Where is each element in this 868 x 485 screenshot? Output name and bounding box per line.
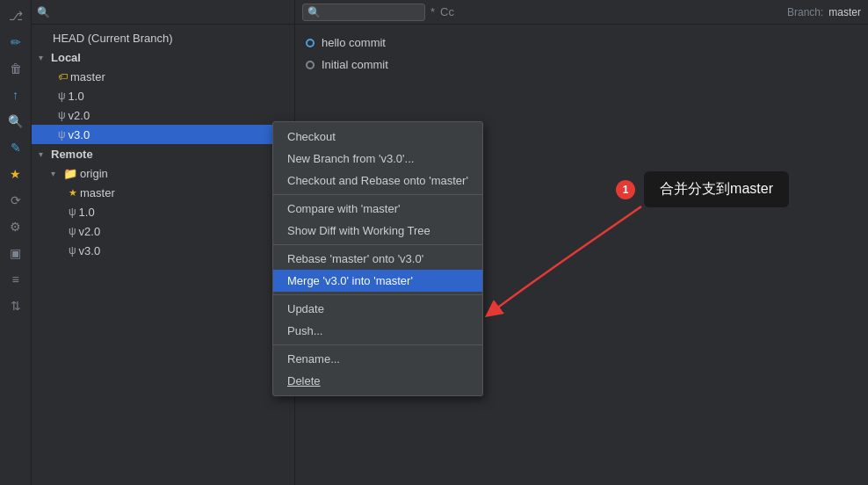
case-button[interactable]: Cc [440, 5, 454, 18]
star-icon: ★ [69, 187, 77, 199]
sidebar-tree: HEAD (Current Branch) ▾ Local 🏷 master ψ… [32, 25, 294, 485]
search-icon: 🔍 [307, 6, 321, 18]
search-icon: 🔍 [37, 6, 50, 18]
branch-icon: ψ [58, 90, 66, 102]
list-icon[interactable]: ≡ [2, 267, 30, 292]
remote-v20-label: v2.0 [79, 225, 101, 238]
context-menu: Checkout New Branch from 'v3.0'... Check… [272, 121, 483, 396]
remote-arrow: ▾ [39, 149, 51, 159]
commit-search[interactable]: 🔍 [302, 4, 425, 21]
window-icon[interactable]: ▣ [2, 241, 30, 265]
local-v20-label: v2.0 [69, 109, 90, 122]
commit-item[interactable]: Initial commit [295, 54, 868, 76]
remote-1.0[interactable]: ψ 1.0 [32, 202, 294, 221]
folder-icon: 📁 [63, 167, 77, 180]
commit-list: hello commit Initial commit [295, 25, 868, 83]
local-10-label: 1.0 [69, 90, 84, 103]
remote-v2.0[interactable]: ψ v2.0 [32, 221, 294, 241]
delete-icon[interactable]: 🗑 [2, 56, 30, 81]
star-icon: 🏷 [58, 71, 68, 82]
settings-icon[interactable]: ⚙ [2, 214, 30, 239]
head-label: HEAD (Current Branch) [53, 32, 173, 45]
branch-icon: ψ [69, 225, 76, 237]
branch-icon: ψ [69, 206, 76, 218]
remote-label: Remote [51, 148, 93, 161]
menu-new-branch[interactable]: New Branch from 'v3.0'... [273, 148, 482, 170]
remote-master-label: master [80, 186, 115, 199]
menu-rebase[interactable]: Rebase 'master' onto 'v3.0' [273, 248, 482, 270]
menu-separator [273, 294, 482, 295]
menu-separator [273, 344, 482, 345]
menu-show-diff[interactable]: Show Diff with Working Tree [273, 220, 482, 242]
branch-label: Branch: [787, 6, 823, 18]
local-v2.0[interactable]: ψ v2.0 [32, 105, 294, 125]
branch-name: master [828, 6, 861, 18]
remote-v3.0[interactable]: ψ v3.0 [32, 241, 294, 260]
menu-push[interactable]: Push... [273, 320, 482, 342]
menu-update[interactable]: Update [273, 298, 482, 320]
local-label: Local [51, 51, 81, 64]
menu-separator [273, 244, 482, 245]
local-master-label: master [70, 70, 105, 83]
menu-checkout[interactable]: Checkout [273, 126, 482, 148]
head-item[interactable]: HEAD (Current Branch) [32, 28, 294, 47]
origin-arrow: ▾ [51, 169, 63, 178]
local-v3.0[interactable]: ψ v3.0 [32, 125, 294, 144]
remote-10-label: 1.0 [79, 206, 95, 219]
edit-icon[interactable]: ✏ [2, 30, 30, 54]
remote-v30-label: v3.0 [79, 244, 101, 257]
right-header: 🔍 * Cc Branch: master [295, 0, 868, 25]
menu-rename[interactable]: Rename... [273, 348, 482, 370]
sidebar-search[interactable]: 🔍 [32, 0, 294, 25]
pencil2-icon[interactable]: ✎ [2, 135, 30, 160]
local-1.0[interactable]: ψ 1.0 [32, 86, 294, 105]
regex-button[interactable]: * [430, 5, 435, 18]
commit-item[interactable]: hello commit [295, 32, 868, 54]
branch-icon: ψ [58, 128, 66, 141]
merge-icon[interactable]: ⇅ [2, 293, 30, 318]
commit-dot [306, 61, 315, 69]
commit-message: hello commit [322, 36, 386, 49]
remote-section[interactable]: ▾ Remote [32, 144, 294, 163]
local-arrow: ▾ [39, 53, 51, 62]
remote-master[interactable]: ★ master [32, 183, 294, 202]
git-icon[interactable]: ⎇ [2, 4, 30, 28]
menu-separator [273, 194, 482, 195]
local-master[interactable]: 🏷 master [32, 67, 294, 86]
search-icon[interactable]: 🔍 [2, 109, 30, 134]
local-v30-label: v3.0 [69, 128, 90, 141]
menu-merge[interactable]: Merge 'v3.0' into 'master' [273, 270, 482, 292]
menu-compare[interactable]: Compare with 'master' [273, 198, 482, 220]
branch-icon: ψ [58, 109, 66, 121]
sync-icon[interactable]: ⟳ [2, 188, 30, 213]
commit-message: Initial commit [322, 58, 388, 71]
menu-checkout-rebase[interactable]: Checkout and Rebase onto 'master' [273, 170, 482, 192]
branch-icon: ψ [69, 244, 76, 257]
menu-delete[interactable]: Delete [273, 370, 482, 392]
origin-label: origin [80, 167, 108, 180]
push-icon[interactable]: ↑ [2, 83, 30, 107]
local-section[interactable]: ▾ Local [32, 47, 294, 67]
star-icon[interactable]: ★ [2, 162, 30, 186]
sidebar: 🔍 HEAD (Current Branch) ▾ Local 🏷 master… [32, 0, 295, 485]
remote-origin[interactable]: ▾ 📁 origin [32, 163, 294, 183]
icon-bar: ⎇ ✏ 🗑 ↑ 🔍 ✎ ★ ⟳ ⚙ ▣ ≡ ⇅ [0, 0, 32, 485]
commit-dot [306, 39, 315, 47]
